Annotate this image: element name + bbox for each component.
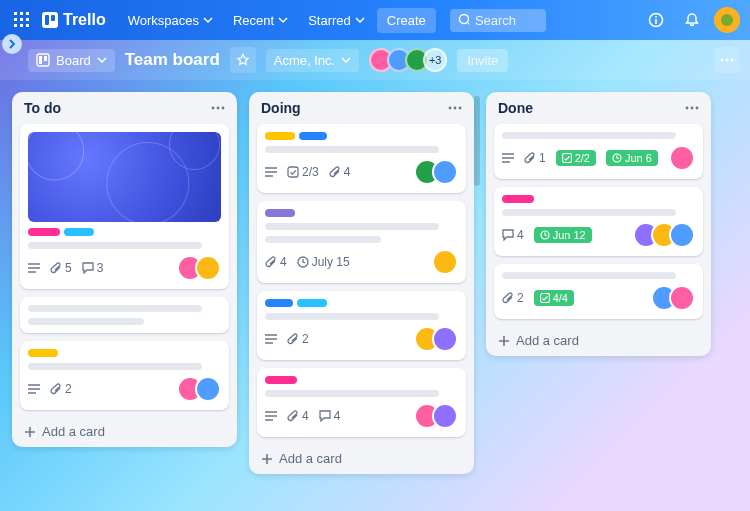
card-text-line bbox=[265, 223, 439, 230]
svg-rect-16 bbox=[44, 56, 47, 61]
member-avatar[interactable] bbox=[669, 285, 695, 311]
account-avatar[interactable] bbox=[714, 7, 740, 33]
svg-rect-7 bbox=[20, 24, 23, 27]
member-overflow[interactable]: +3 bbox=[423, 48, 447, 72]
svg-point-28 bbox=[686, 107, 689, 110]
card-text-line bbox=[265, 146, 439, 153]
trello-logo[interactable]: Trello bbox=[42, 11, 106, 29]
list-scrollbar[interactable] bbox=[474, 96, 480, 186]
list-menu-button[interactable] bbox=[685, 106, 699, 110]
list-menu-button[interactable] bbox=[211, 106, 225, 110]
svg-point-29 bbox=[691, 107, 694, 110]
description-badge bbox=[265, 411, 277, 421]
list-doing: Doing 2/3 4 4 bbox=[249, 92, 474, 474]
member-avatar[interactable] bbox=[432, 403, 458, 429]
description-icon bbox=[28, 384, 40, 394]
board-title[interactable]: Team board bbox=[125, 50, 220, 70]
add-card-button[interactable]: Add a card bbox=[20, 418, 229, 441]
card[interactable]: 2 bbox=[257, 291, 466, 360]
board-members[interactable]: +3 bbox=[369, 48, 447, 72]
member-avatar[interactable] bbox=[195, 376, 221, 402]
add-card-button[interactable]: Add a card bbox=[494, 327, 703, 350]
brand-name: Trello bbox=[63, 11, 106, 29]
card[interactable]: 2 4/4 bbox=[494, 264, 703, 319]
invite-button[interactable]: Invite bbox=[457, 49, 508, 72]
svg-point-23 bbox=[449, 107, 452, 110]
card[interactable]: 2/3 4 bbox=[257, 124, 466, 193]
member-avatar[interactable] bbox=[432, 326, 458, 352]
nav-recent[interactable]: Recent bbox=[225, 8, 296, 33]
dots-icon bbox=[720, 58, 734, 62]
card-text-line bbox=[265, 313, 439, 320]
search-input[interactable] bbox=[475, 13, 538, 28]
description-icon bbox=[502, 153, 514, 163]
card-text-line bbox=[502, 132, 676, 139]
checklist-badge: 2/3 bbox=[287, 165, 319, 179]
plus-icon bbox=[24, 426, 36, 438]
chevron-down-icon bbox=[355, 15, 365, 25]
card[interactable]: 5 3 bbox=[20, 124, 229, 289]
card[interactable]: 2 bbox=[20, 341, 229, 410]
label-pink bbox=[28, 228, 60, 236]
nav-workspaces[interactable]: Workspaces bbox=[120, 8, 221, 33]
attachments-badge: 2 bbox=[502, 291, 524, 305]
grid-icon bbox=[14, 12, 30, 28]
search-icon bbox=[458, 13, 469, 27]
svg-rect-2 bbox=[26, 12, 29, 15]
checklist-complete-badge: 4/4 bbox=[534, 290, 574, 306]
comments-badge: 3 bbox=[82, 261, 104, 275]
card[interactable]: 4 July 15 bbox=[257, 201, 466, 283]
chevron-down-icon bbox=[97, 55, 107, 65]
search-box[interactable] bbox=[450, 9, 546, 32]
attachments-badge: 4 bbox=[287, 409, 309, 423]
add-card-label: Add a card bbox=[516, 333, 579, 348]
svg-rect-3 bbox=[14, 18, 17, 21]
card[interactable]: 1 2/2 Jun 6 bbox=[494, 124, 703, 179]
list-title[interactable]: To do bbox=[24, 100, 61, 116]
svg-rect-15 bbox=[39, 56, 42, 64]
notifications-button[interactable] bbox=[678, 6, 706, 34]
list-todo: To do 5 3 bbox=[12, 92, 237, 447]
attachment-icon bbox=[287, 410, 299, 422]
svg-point-9 bbox=[459, 15, 468, 24]
description-icon bbox=[265, 334, 277, 344]
description-icon bbox=[265, 167, 277, 177]
card[interactable]: 4 Jun 12 bbox=[494, 187, 703, 256]
bell-icon bbox=[684, 12, 700, 28]
card[interactable] bbox=[20, 297, 229, 333]
svg-point-30 bbox=[696, 107, 699, 110]
list-menu-button[interactable] bbox=[448, 106, 462, 110]
member-avatar[interactable] bbox=[669, 222, 695, 248]
svg-point-20 bbox=[212, 107, 215, 110]
card-text-line bbox=[502, 209, 676, 216]
star-icon bbox=[236, 53, 250, 67]
label-pink bbox=[265, 376, 297, 384]
list-title[interactable]: Done bbox=[498, 100, 533, 116]
member-avatar[interactable] bbox=[195, 255, 221, 281]
view-switcher[interactable]: Board bbox=[28, 49, 115, 72]
workspace-switcher[interactable]: Acme, Inc. bbox=[266, 49, 359, 72]
dots-icon bbox=[685, 106, 699, 110]
star-board-button[interactable] bbox=[230, 47, 256, 73]
info-button[interactable] bbox=[642, 6, 670, 34]
attachments-badge: 2 bbox=[50, 382, 72, 396]
chevron-right-icon bbox=[7, 39, 17, 49]
member-avatar[interactable] bbox=[669, 145, 695, 171]
svg-rect-8 bbox=[26, 24, 29, 27]
board-menu-button[interactable] bbox=[714, 47, 740, 73]
list-title[interactable]: Doing bbox=[261, 100, 301, 116]
sidebar-expand[interactable] bbox=[2, 34, 22, 54]
comment-icon bbox=[82, 262, 94, 274]
member-avatar[interactable] bbox=[432, 249, 458, 275]
label-yellow bbox=[265, 132, 295, 140]
card-cover bbox=[28, 132, 221, 222]
nav-starred[interactable]: Starred bbox=[300, 8, 373, 33]
member-avatar[interactable] bbox=[432, 159, 458, 185]
card[interactable]: 4 4 bbox=[257, 368, 466, 437]
add-card-button[interactable]: Add a card bbox=[257, 445, 466, 468]
card-text-line bbox=[502, 272, 676, 279]
due-complete-badge: Jun 6 bbox=[606, 150, 658, 166]
svg-rect-13 bbox=[655, 16, 657, 18]
apps-launcher[interactable] bbox=[10, 8, 34, 32]
create-button[interactable]: Create bbox=[377, 8, 436, 33]
